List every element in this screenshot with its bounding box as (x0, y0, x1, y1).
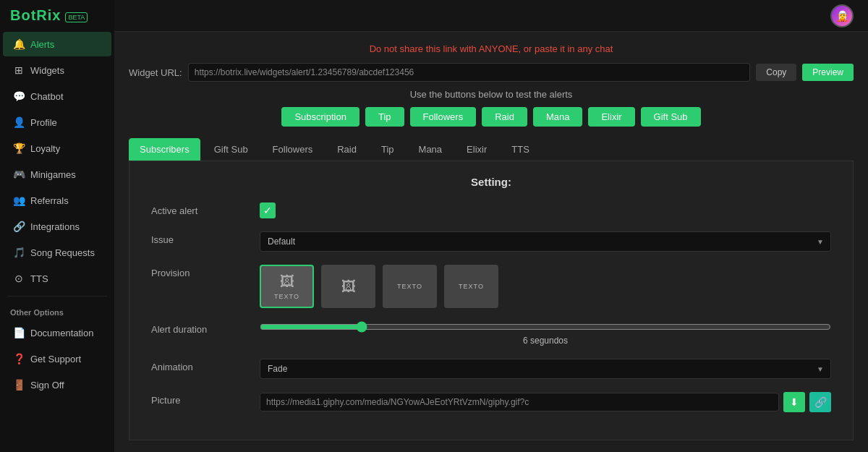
sidebar-item-get-support-label: Get Support (30, 354, 81, 364)
active-alert-toggle[interactable] (260, 202, 276, 218)
animation-select[interactable]: Fade (260, 359, 831, 379)
documentation-icon: 📄 (13, 327, 25, 338)
topbar: 🧝 (114, 0, 868, 32)
provision-row: Provision 🖼 TEXTO 🖼 (151, 265, 831, 308)
test-btn-elixir[interactable]: Elixir (588, 107, 634, 127)
test-btn-gift-sub[interactable]: Gift Sub (641, 107, 701, 127)
sidebar-item-documentation[interactable]: 📄 Documentation (3, 320, 111, 345)
widget-url-label: Widget URL: (129, 67, 182, 78)
widget-url-row: Widget URL: https://botrix.live/widgets/… (129, 63, 854, 82)
other-options-label: Other Options (0, 301, 114, 320)
provision-text1-label: TEXTO (397, 283, 422, 290)
test-buttons-row: Subscription Tip Followers Raid Mana Eli… (129, 107, 854, 127)
sidebar-item-widgets-label: Widgets (30, 65, 64, 76)
issue-label: Issue (151, 231, 245, 245)
logo-text: BotRix (10, 7, 61, 24)
widget-url-input[interactable]: https://botrix.live/widgets/alert/1.2345… (188, 63, 751, 82)
tab-tip[interactable]: Tip (370, 138, 405, 161)
picture-control: ⬇ 🔗 (260, 392, 831, 412)
provision-img-only-icon: 🖼 (341, 278, 356, 295)
provision-control: 🖼 TEXTO 🖼 TEXTO TEXTO (260, 265, 831, 308)
tabs-row: Subscribers Gift Sub Followers Raid Tip … (129, 138, 854, 161)
sidebar-item-loyalty[interactable]: 🏆 Loyalty (3, 136, 111, 161)
sidebar-item-chatbot[interactable]: 💬 Chatbot (3, 84, 111, 108)
provision-thumbs: 🖼 TEXTO 🖼 TEXTO TEXTO (260, 265, 831, 308)
sidebar-item-alerts[interactable]: 🔔 Alerts (3, 32, 111, 56)
copy-button[interactable]: Copy (756, 64, 796, 81)
logo-beta: BETA (65, 12, 88, 22)
sidebar-item-song-requests-label: Song Requests (30, 247, 95, 258)
settings-panel: Setting: Active alert Issue Default (129, 161, 854, 440)
sidebar-item-integrations[interactable]: 🔗 Integrations (3, 214, 111, 239)
minigames-icon: 🎮 (13, 169, 25, 180)
profile-icon: 👤 (13, 116, 25, 128)
picture-label: Picture (151, 392, 245, 406)
sidebar-item-widgets[interactable]: ⊞ Widgets (3, 58, 111, 82)
tab-mana[interactable]: Mana (408, 138, 454, 161)
provision-text2-label: TEXTO (459, 283, 484, 290)
song-requests-icon: 🎵 (13, 247, 25, 258)
sidebar-item-profile[interactable]: 👤 Profile (3, 110, 111, 135)
sidebar-item-sign-off-label: Sign Off (30, 380, 64, 391)
sidebar-item-documentation-label: Documentation (30, 328, 93, 338)
user-avatar[interactable]: 🧝 (830, 4, 854, 27)
tab-followers[interactable]: Followers (262, 138, 324, 161)
loyalty-icon: 🏆 (13, 142, 25, 154)
test-btn-mana[interactable]: Mana (533, 107, 583, 127)
alert-duration-control: 6 segundos (260, 321, 831, 346)
sidebar-item-alerts-label: Alerts (30, 39, 54, 50)
test-btn-subscription[interactable]: Subscription (281, 107, 359, 127)
active-alert-label: Active alert (151, 202, 245, 216)
content-area: Do not share this link with ANYONE, or p… (114, 32, 868, 452)
issue-control: Default (260, 231, 831, 252)
provision-thumb-text2[interactable]: TEXTO (444, 265, 498, 308)
alert-duration-label: Alert duration (151, 321, 245, 335)
test-label: Use the buttons below to test the alerts (129, 89, 854, 100)
animation-label: Animation (151, 359, 245, 372)
active-alert-row: Active alert (151, 202, 831, 218)
get-support-icon: ❓ (13, 353, 25, 364)
tab-elixir[interactable]: Elixir (456, 138, 498, 161)
sidebar-item-referrals[interactable]: 👥 Referrals (3, 188, 111, 213)
issue-select-wrapper: Default (260, 231, 831, 252)
animation-row: Animation Fade (151, 359, 831, 379)
tab-raid[interactable]: Raid (326, 138, 367, 161)
test-btn-raid[interactable]: Raid (482, 107, 527, 127)
preview-button[interactable]: Preview (802, 64, 854, 81)
sidebar-item-sign-off[interactable]: 🚪 Sign Off (3, 372, 111, 397)
provision-label: Provision (151, 265, 245, 278)
settings-title: Setting: (151, 176, 831, 188)
provision-img-text-label: TEXTO (274, 293, 299, 300)
tab-subscribers[interactable]: Subscribers (129, 138, 200, 161)
animation-control: Fade (260, 359, 831, 379)
provision-thumb-text1[interactable]: TEXTO (383, 265, 437, 308)
provision-img-text-icon: 🖼 (280, 273, 294, 290)
tab-tts[interactable]: TTS (501, 138, 540, 161)
picture-link-button[interactable]: 🔗 (809, 392, 831, 412)
issue-select[interactable]: Default (260, 231, 831, 252)
sidebar-item-minigames-label: Minigames (30, 169, 76, 180)
alert-duration-slider-container: 6 segundos (260, 321, 831, 346)
alerts-icon: 🔔 (13, 38, 25, 50)
sidebar-item-get-support[interactable]: ❓ Get Support (3, 346, 111, 371)
provision-thumb-img-only[interactable]: 🖼 (321, 265, 375, 308)
sidebar-item-minigames[interactable]: 🎮 Minigames (3, 162, 111, 187)
warning-text: Do not share this link with ANYONE, or p… (129, 43, 854, 54)
sidebar-item-chatbot-label: Chatbot (30, 91, 64, 102)
animation-select-wrapper: Fade (260, 359, 831, 379)
test-btn-tip[interactable]: Tip (365, 107, 404, 127)
picture-row: Picture ⬇ 🔗 (151, 392, 831, 412)
picture-upload-button[interactable]: ⬇ (783, 392, 805, 412)
tts-icon: ⊙ (13, 273, 25, 284)
test-btn-followers[interactable]: Followers (410, 107, 477, 127)
main-content: 🧝 Do not share this link with ANYONE, or… (114, 0, 868, 452)
sidebar-item-song-requests[interactable]: 🎵 Song Requests (3, 240, 111, 265)
tab-gift-sub[interactable]: Gift Sub (203, 138, 259, 161)
alert-duration-slider[interactable] (260, 321, 831, 333)
provision-thumb-img-text[interactable]: 🖼 TEXTO (260, 265, 314, 308)
sidebar-item-tts[interactable]: ⊙ TTS (3, 266, 111, 291)
issue-row: Issue Default (151, 231, 831, 252)
sidebar: BotRix BETA 🔔 Alerts ⊞ Widgets 💬 Chatbot… (0, 0, 114, 452)
picture-input[interactable] (260, 393, 779, 412)
sidebar-item-integrations-label: Integrations (30, 221, 80, 232)
